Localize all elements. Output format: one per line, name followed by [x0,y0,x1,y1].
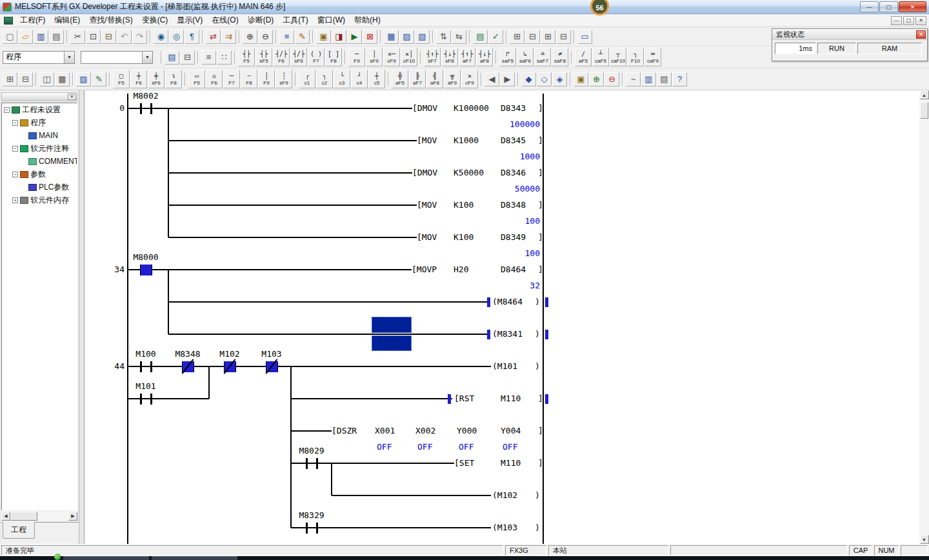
help-button[interactable]: ? [672,72,687,86]
monitor-stop-button[interactable]: ⊠ [363,30,377,44]
data-name-combo[interactable]: ▼ [81,51,153,64]
close-button[interactable]: ✕ [899,1,926,12]
find-instruction-button[interactable]: ◎ [169,30,184,44]
tree-item-project-root[interactable]: −工程未设置 [2,103,77,116]
device-memory-button[interactable]: ▨ [76,72,91,86]
scroll-left-icon[interactable]: ◀ [1,512,10,521]
find-device-button[interactable]: ◉ [154,30,168,44]
device-comment-button[interactable]: ✎ [92,72,106,86]
bookmark-clear-button[interactable]: ◈ [552,72,567,86]
insert-row-button[interactable]: ⊞ [510,30,524,44]
monitor-close-button[interactable]: ✕ [916,30,926,39]
rising-pulse-button[interactable]: ┤↑├sF7 [424,48,441,66]
ladder-mode-button[interactable]: ≡ [201,50,216,65]
sort-ascending-button[interactable]: ⇅ [436,30,451,44]
copy-button[interactable]: ⊡ [86,30,101,44]
line-erase-button[interactable]: ┆sF9 [275,70,292,88]
entry-ladder-monitor-button[interactable]: ▥ [641,72,656,86]
menu-view[interactable]: 显示(V) [172,14,207,27]
open-monitor-window-button[interactable]: ▭ [577,30,592,44]
data-kind-combo[interactable]: 程序▼ [3,51,75,64]
undo-button[interactable]: ↶ [117,30,132,44]
menu-find-replace[interactable]: 查找/替换(S) [85,14,137,27]
connect-line-4-button[interactable]: ┘c4 [351,70,368,88]
device-test-button[interactable]: ▣ [574,72,588,86]
connect-line-2-button[interactable]: ┐c2 [316,70,333,88]
collapse-tree-button[interactable]: ⊟ [18,72,33,86]
rule-write-button[interactable]: ─F7 [223,70,240,88]
device-batch-monitor-button[interactable]: ▦ [384,30,399,44]
sfc-delete-line-button[interactable]: ✕cF9 [461,70,478,88]
expand-tree-button[interactable]: ⊞ [3,72,17,86]
delete-horizontal-line-button[interactable]: ✕─cF9 [383,48,400,66]
bookmark-jump-button[interactable]: ◇ [537,72,552,86]
tab-project[interactable]: 工程 [3,522,35,539]
monitor-window-titlebar[interactable]: 监视状态 ✕ [772,29,927,40]
coil-button[interactable]: ( )F7 [308,48,325,66]
ladder-editor[interactable]: 0M8002[DMOVK100000D8343]100000[MOVK1000D… [84,90,919,544]
zoom-in-button[interactable]: ⊕ [243,30,257,44]
open-contact-button[interactable]: ┤├F5 [238,48,255,66]
connect-line-1-button[interactable]: ┌c1 [299,70,315,88]
collapse-icon[interactable]: − [12,172,18,177]
sfc-alt-1-button[interactable]: ╬aF5 [392,70,408,88]
delete-row-button[interactable]: ⊟ [525,30,540,44]
tree-item-program-folder[interactable]: −程序 [2,116,77,129]
forced-on-button[interactable]: ⊕ [589,72,604,86]
chevron-down-icon[interactable]: ▼ [142,52,152,63]
device-use-list-button[interactable]: ▤ [473,30,488,44]
buffer-memory-monitor-button[interactable]: ▨ [399,30,414,44]
tree-item-parameter-folder[interactable]: −参数 [2,168,77,181]
parallel-rising-pulse-button[interactable]: ┤↑├aF7 [459,48,475,66]
scrollbar-thumb[interactable] [10,512,37,521]
parallel-closed-contact-button[interactable]: ┤/├sF6 [290,48,307,66]
chevron-down-icon[interactable]: ▼ [64,52,74,63]
paste-button[interactable]: ⊟ [101,30,116,44]
monitor-write-mode-button[interactable]: ◨ [332,30,346,44]
find-previous-button[interactable]: ◀ [484,72,499,86]
sfc-alt-2-button[interactable]: ╠aF7 [409,70,426,88]
rule-erase-button[interactable]: ╌F8 [241,70,257,88]
program-display-button[interactable]: ▤ [165,50,179,65]
collapse-icon[interactable]: − [4,107,10,113]
save-project-button[interactable]: ▥ [34,30,48,44]
convert-all-button[interactable]: ⇉ [221,30,236,44]
menu-project[interactable]: 工程(F) [15,14,50,27]
scroll-right-icon[interactable]: ▶ [68,512,77,521]
connect-line-5-button[interactable]: ┼c5 [368,70,385,88]
delete-branch-button[interactable]: ═caF9 [644,48,661,66]
cross-reference-button[interactable]: ⇆ [452,30,466,44]
bookmark-set-button[interactable]: ◆ [521,72,536,86]
tree-item-main[interactable]: MAIN [2,129,77,142]
op-result-rising-button[interactable]: ↱saF5 [499,48,516,66]
convert-block-button[interactable]: ┴caF5 [592,48,609,66]
sfc-selection-button[interactable]: ╪sF6 [148,70,165,88]
op-result-falling-button[interactable]: ↳saF6 [517,48,534,66]
scroll-up-icon[interactable]: ▲ [920,90,929,99]
find-string-button[interactable]: ¶ [185,30,199,44]
tree-item-plc-parameter[interactable]: PLC参数 [2,181,77,194]
project-data-list-button[interactable]: ≡ [279,30,294,44]
line-write-button[interactable]: │F9 [258,70,275,88]
redo-button[interactable]: ↷ [132,30,147,44]
panel-close-icon[interactable]: ✕ [68,94,76,100]
closed-contact-button[interactable]: ┤/├F6 [273,48,290,66]
connect-line-3-button[interactable]: └c3 [334,70,350,88]
parallel-open-contact-button[interactable]: ┤├sF5 [255,48,272,66]
mdi-minimize-button[interactable]: — [891,16,902,25]
tree-item-comment[interactable]: COMMENT [2,155,77,168]
print-preview-button[interactable]: ▤ [657,72,672,86]
menu-edit[interactable]: 编辑(E) [50,14,85,27]
scroll-down-icon[interactable]: ▼ [920,535,929,544]
horizontal-line-button[interactable]: ─F9 [348,48,365,66]
mdi-close-button[interactable]: ✕ [915,16,926,25]
find-next-button[interactable]: ▶ [500,72,515,86]
equal-compare-button[interactable]: ≐saF7 [534,48,551,66]
sfc-jump-button[interactable]: ↴F8 [165,70,182,88]
invert-result-button[interactable]: ∕aF5 [575,48,592,66]
program-check-button[interactable]: ✓ [488,30,503,44]
project-tree-toggle-button[interactable]: ⊟ [180,50,195,65]
scrollbar-thumb[interactable] [920,102,928,119]
branch-line-button[interactable]: ┐F10 [627,48,644,66]
menu-window[interactable]: 窗口(W) [313,14,350,27]
